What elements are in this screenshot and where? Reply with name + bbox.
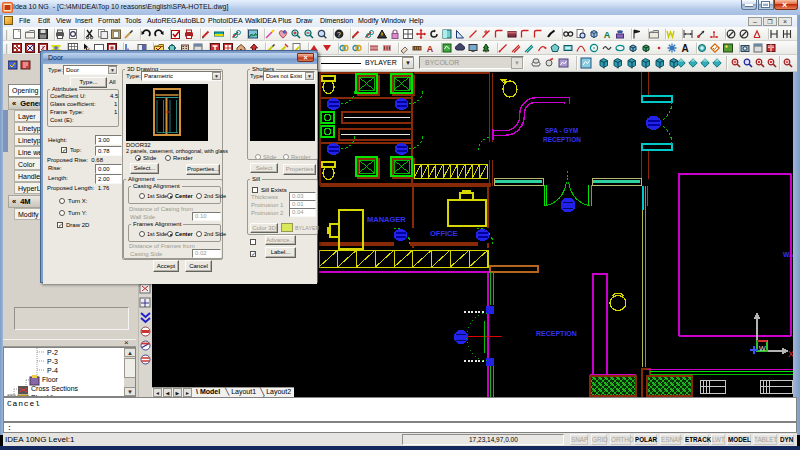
svg-text:?: ? — [337, 31, 341, 38]
svg-text:MANAGER: MANAGER — [367, 215, 406, 224]
svg-text:A: A — [681, 43, 688, 54]
svg-text:A: A — [604, 30, 611, 40]
svg-text:RECEPTION: RECEPTION — [536, 330, 577, 337]
svg-text:A: A — [427, 44, 434, 54]
svg-text:X: X — [788, 349, 793, 359]
svg-text:OFFICE: OFFICE — [430, 229, 458, 238]
svg-text:RECEPTION: RECEPTION — [543, 136, 581, 143]
svg-text:W: W — [759, 345, 766, 352]
svg-text:SPA - GYM: SPA - GYM — [545, 127, 578, 134]
